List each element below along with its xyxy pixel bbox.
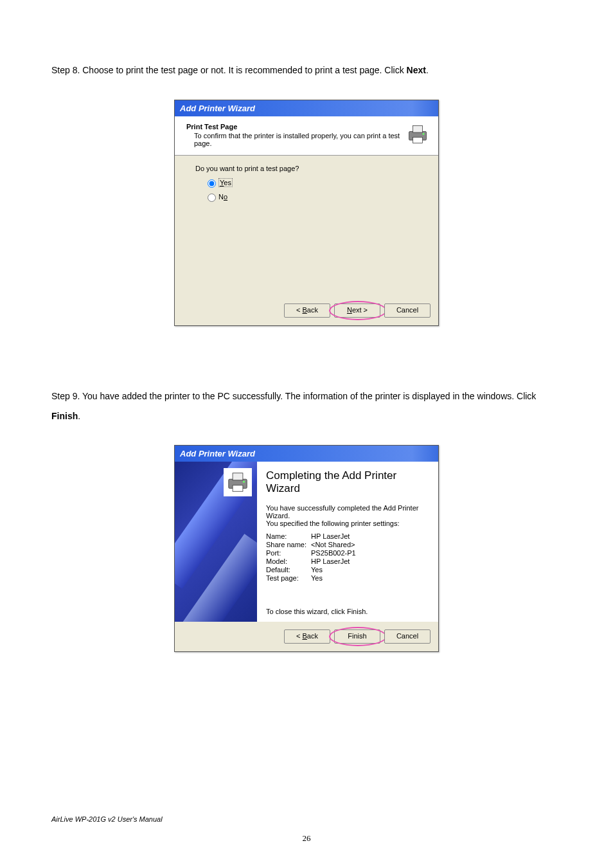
svg-rect-6	[233, 485, 243, 492]
back-button[interactable]: < Back	[284, 303, 330, 318]
step9-text-a: Step 9. You have added the printer to th…	[51, 391, 536, 401]
dialog1-header: Print Test Page To confirm that the prin…	[175, 116, 438, 156]
cancel-button[interactable]: Cancel	[384, 303, 431, 318]
step8-instruction: Step 8. Choose to print the test page or…	[51, 60, 562, 80]
dialog1-sub: To confirm that the printer is installed…	[194, 132, 406, 147]
wizard-sidebar-image	[175, 462, 257, 622]
back-button-2[interactable]: < Back	[284, 629, 330, 644]
step8-text-c: .	[426, 65, 429, 75]
radio-no-row[interactable]: No	[204, 192, 418, 202]
dialog2-footer: < Back Finish Cancel	[175, 622, 438, 651]
step8-text-b: Next	[407, 65, 426, 75]
dialog2-heading: Completing the Add Printer Wizard	[266, 469, 429, 495]
kv-port: Port:PS25B002-P1	[266, 549, 429, 557]
radio-yes-label: es	[224, 179, 231, 186]
dialog-completing-wizard: Add Printer Wizard Completing the Add Pr…	[174, 445, 439, 652]
step9-text-b: Finish	[51, 411, 78, 421]
dialog1-footer: < Back Next > Cancel	[175, 296, 438, 325]
dialog2-close-hint: To close this wizard, click Finish.	[266, 608, 429, 615]
dialog1-body: Do you want to print a test page? Yes No	[175, 156, 438, 296]
dialog1-heading: Print Test Page	[186, 123, 406, 131]
radio-no[interactable]	[208, 194, 216, 202]
svg-rect-5	[233, 473, 243, 480]
step8-text-a: Step 8. Choose to print the test page or…	[51, 65, 407, 75]
step9-instruction: Step 9. You have added the printer to th…	[51, 386, 562, 426]
svg-point-3	[423, 133, 425, 135]
svg-rect-2	[413, 137, 423, 143]
radio-yes-row[interactable]: Yes	[204, 177, 418, 188]
kv-name: Name:HP LaserJet	[266, 532, 429, 540]
kv-model: Model:HP LaserJet	[266, 557, 429, 565]
radio-yes[interactable]	[208, 179, 216, 188]
kv-share: Share name:<Not Shared>	[266, 541, 429, 548]
kv-default: Default:Yes	[266, 566, 429, 574]
finish-button[interactable]: Finish	[334, 629, 380, 644]
printer-icon	[226, 470, 250, 494]
step9-text-c: .	[78, 411, 80, 421]
page-number: 26	[0, 833, 613, 844]
svg-rect-1	[413, 125, 423, 132]
footer-text: AirLive WP-201G v2 User's Manual	[51, 815, 163, 823]
svg-point-7	[243, 481, 245, 483]
cancel-button-2[interactable]: Cancel	[384, 629, 431, 644]
dialog-print-test-page: Add Printer Wizard Print Test Page To co…	[174, 100, 439, 326]
dialog1-titlebar: Add Printer Wizard	[175, 100, 438, 116]
printer-icon	[406, 123, 429, 146]
dialog2-line1: You have successfully completed the Add …	[266, 504, 429, 520]
dialog2-body: Completing the Add Printer Wizard You ha…	[175, 462, 438, 622]
next-button[interactable]: Next >	[334, 303, 380, 318]
dialog2-line2: You specified the following printer sett…	[266, 520, 429, 527]
kv-test: Test page:Yes	[266, 574, 429, 582]
dialog1-prompt: Do you want to print a test page?	[195, 165, 418, 172]
dialog2-titlebar: Add Printer Wizard	[175, 446, 438, 462]
